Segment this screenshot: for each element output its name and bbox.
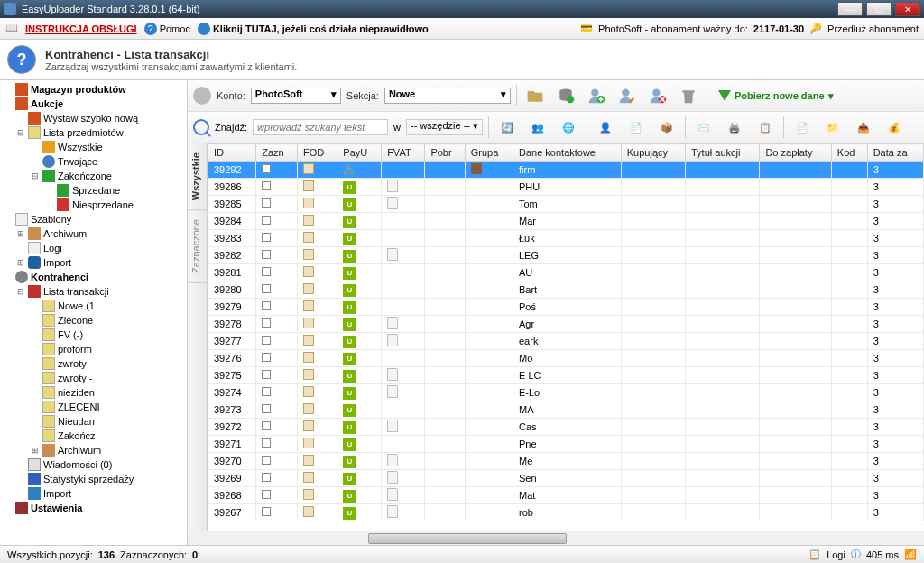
table-row[interactable]: 39268UMat3: [208, 487, 924, 504]
column-header[interactable]: Kupujący: [621, 144, 685, 162]
cell-check[interactable]: [256, 401, 298, 419]
db-refresh-button[interactable]: [553, 83, 578, 108]
shipping-button[interactable]: 📦: [654, 115, 679, 140]
cell-check[interactable]: [256, 316, 298, 333]
doc-add-button[interactable]: 📄: [790, 115, 815, 140]
table-row[interactable]: 39285UTom3: [208, 196, 924, 213]
minimize-button[interactable]: —: [837, 2, 863, 16]
transactions-table[interactable]: IDZaznFODPayUFVATPobrGrupaDane kontaktow…: [208, 143, 924, 531]
expander-icon[interactable]: ⊟: [16, 128, 25, 137]
cell-check[interactable]: [256, 213, 298, 230]
cell-check[interactable]: [256, 247, 298, 264]
cell-check[interactable]: [256, 419, 298, 436]
cell-check[interactable]: [256, 230, 298, 247]
cell-check[interactable]: [256, 504, 298, 521]
sidebar-item[interactable]: nieziden: [0, 385, 187, 400]
folder-open-button[interactable]: [522, 83, 548, 108]
table-row[interactable]: 39283UŁuk3: [208, 230, 924, 247]
invoice-button[interactable]: 📄: [624, 115, 649, 140]
extend-subscription-link[interactable]: Przedłuż abonament: [827, 23, 919, 34]
sidebar-item[interactable]: Wszystkie: [0, 140, 187, 154]
cell-check[interactable]: [256, 487, 298, 504]
account-select[interactable]: PhotoSoft ▾: [251, 88, 341, 104]
table-row[interactable]: 39269USen3: [208, 470, 924, 487]
search-input[interactable]: [253, 119, 388, 135]
maximize-button[interactable]: ☐: [866, 2, 892, 16]
sidebar-item[interactable]: Niesprzedane: [0, 198, 187, 212]
folder-move-button[interactable]: 📁: [820, 115, 845, 140]
export-button[interactable]: 📤: [851, 115, 876, 140]
expander-icon[interactable]: ⊞: [16, 229, 25, 238]
expander-icon[interactable]: ⊟: [16, 287, 25, 296]
search-scope-select[interactable]: -- wszędzie -- ▾: [406, 119, 483, 135]
table-row[interactable]: 39274UE-Lo3: [208, 384, 924, 401]
user-add-button[interactable]: [584, 83, 609, 108]
sidebar-item[interactable]: Nieudan: [0, 414, 187, 429]
help-link[interactable]: Pomoc: [160, 23, 190, 34]
cell-check[interactable]: [256, 350, 298, 367]
vtab-all[interactable]: Wszystkie: [188, 143, 207, 210]
fetch-new-data-button[interactable]: Pobierz nowe dane ▾: [713, 83, 839, 108]
sidebar-item[interactable]: ⊟Lista przedmiotów: [0, 125, 187, 140]
sidebar-item[interactable]: Kontrahenci: [0, 270, 187, 284]
close-button[interactable]: ✕: [895, 2, 920, 16]
table-row[interactable]: 39282ULEG3: [208, 247, 924, 264]
horizontal-scrollbar[interactable]: [188, 531, 924, 545]
column-header[interactable]: Tytuł aukcji: [686, 144, 760, 162]
logs-link[interactable]: Logi: [827, 549, 845, 560]
table-row[interactable]: 39270UMe3: [208, 453, 924, 470]
table-row[interactable]: 39276UMo3: [208, 350, 924, 367]
sidebar-item[interactable]: ZLECENI: [0, 400, 187, 414]
cell-check[interactable]: [256, 162, 298, 179]
table-row[interactable]: 39281UAU3: [208, 264, 924, 282]
print-button[interactable]: 🖨️: [722, 115, 747, 140]
column-header[interactable]: Zazn: [256, 144, 298, 162]
column-header[interactable]: Grupa: [465, 144, 513, 162]
sidebar-item[interactable]: Wystaw szybko nową: [0, 111, 187, 125]
person-button[interactable]: 👤: [593, 115, 618, 140]
sidebar-item[interactable]: Ustawienia: [0, 501, 187, 515]
sidebar-tree[interactable]: Magazyn produktówAukcjeWystaw szybko now…: [0, 80, 188, 545]
sidebar-item[interactable]: zwroty -: [0, 356, 187, 371]
column-header[interactable]: Dane kontaktowe: [513, 144, 621, 162]
money-button[interactable]: 💰: [882, 115, 907, 140]
cell-check[interactable]: [256, 196, 298, 213]
table-row[interactable]: 39277Ueark3: [208, 333, 924, 350]
table-row[interactable]: 39279UPoś3: [208, 299, 924, 316]
refresh-button[interactable]: 🔄: [494, 115, 520, 140]
sidebar-item[interactable]: Logi: [0, 241, 187, 255]
sidebar-item[interactable]: Wiadomości (0): [0, 457, 187, 472]
user-edit-button[interactable]: [614, 83, 640, 108]
table-row[interactable]: 39278UAgr3: [208, 316, 924, 333]
cell-check[interactable]: [256, 179, 298, 196]
cell-check[interactable]: [256, 299, 298, 316]
cell-check[interactable]: [256, 333, 298, 350]
users-remove-button[interactable]: 👥: [525, 115, 550, 140]
cell-check[interactable]: [256, 436, 298, 453]
manual-link[interactable]: INSTRUKCJA OBSŁUGI: [25, 23, 137, 34]
sidebar-item[interactable]: ⊞Archiwum: [0, 226, 187, 241]
column-header[interactable]: FVAT: [382, 144, 425, 162]
sidebar-item[interactable]: zwroty -: [0, 371, 187, 385]
column-header[interactable]: Kod: [831, 144, 867, 162]
sidebar-item[interactable]: ⊟Lista transakcji: [0, 284, 187, 299]
sidebar-item[interactable]: ⊞Archiwum: [0, 443, 187, 457]
column-header[interactable]: PayU: [337, 144, 382, 162]
sidebar-item[interactable]: Magazyn produktów: [0, 82, 187, 97]
cell-check[interactable]: [256, 384, 298, 401]
column-header[interactable]: ID: [208, 144, 256, 162]
table-row[interactable]: 39275UE LC3: [208, 367, 924, 384]
sidebar-item[interactable]: ⊟Zakończone: [0, 169, 187, 183]
sidebar-item[interactable]: Trwające: [0, 154, 187, 169]
cell-check[interactable]: [256, 453, 298, 470]
table-row[interactable]: 39292⚠firm3: [208, 162, 924, 179]
column-header[interactable]: Data za: [867, 144, 923, 162]
sidebar-item[interactable]: Nowe (1: [0, 299, 187, 313]
table-row[interactable]: 39272UCas3: [208, 419, 924, 436]
paste-icon[interactable]: 📋: [808, 549, 821, 560]
sidebar-item[interactable]: Import: [0, 486, 187, 501]
sidebar-item[interactable]: FV (-): [0, 328, 187, 342]
sidebar-item[interactable]: Szablony: [0, 212, 187, 226]
globe-button[interactable]: 🌐: [556, 115, 581, 140]
table-row[interactable]: 39271UPne3: [208, 436, 924, 453]
